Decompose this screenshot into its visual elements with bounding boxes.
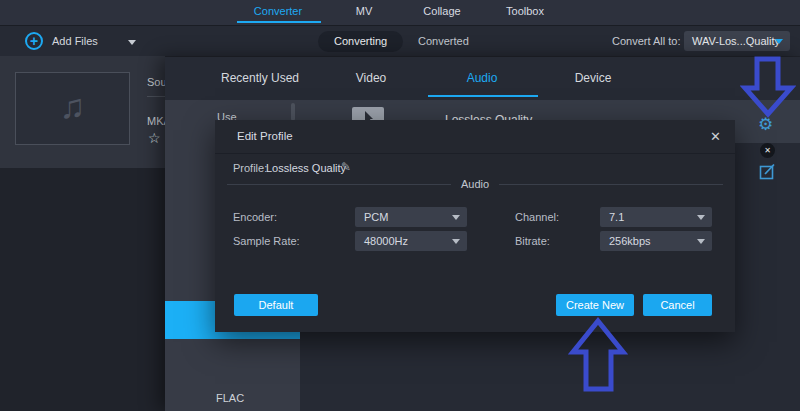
chevron-down-icon [697,239,705,244]
tab-mv[interactable]: MV [356,5,373,17]
bitrate-select[interactable]: 256kbps [600,231,712,251]
annotation-arrow-up [565,315,633,395]
channel-label: Channel: [515,211,559,223]
add-files-plus-icon[interactable]: + [25,32,43,50]
channel-value: 7.1 [609,211,624,223]
dialog-title: Edit Profile [237,130,293,142]
audio-section-divider: Audio [227,178,723,190]
star-icon[interactable]: ☆ [148,130,161,146]
add-files-caret-icon[interactable] [128,40,136,45]
divider [499,184,723,185]
profile-tab-audio[interactable]: Audio [467,71,498,85]
chevron-down-icon [697,215,705,220]
section-label: Audio [461,178,489,190]
profile-field-label: Profile: [233,162,267,174]
music-note-icon: ♫ [16,87,129,126]
profile-tab-device[interactable]: Device [575,71,612,85]
encoder-label: Encoder: [233,211,277,223]
encoder-value: PCM [364,211,388,223]
chevron-down-icon [775,39,783,44]
convert-all-to-label: Convert All to: [612,35,680,47]
profile-tab-recently-used[interactable]: Recently Used [221,71,299,85]
tab-collage[interactable]: Collage [423,5,460,17]
sidebar-item-flac[interactable]: FLAC [216,392,244,404]
sample-rate-label: Sample Rate: [233,235,300,247]
convert-all-value: WAV-Los...Quality [692,35,780,47]
divider [227,184,451,185]
create-new-button[interactable]: Create New [556,294,634,316]
close-panel-icon[interactable]: ✕ [760,143,775,158]
source-column-label: Sou [147,76,167,88]
tab-converted[interactable]: Converted [418,35,469,47]
rename-pencil-icon[interactable]: ✎ [341,160,351,174]
annotation-arrow-down [740,55,796,119]
convert-all-dropdown[interactable]: WAV-Los...Quality [684,31,790,51]
cancel-button[interactable]: Cancel [643,294,712,316]
chevron-down-icon [452,239,460,244]
divider [147,96,165,97]
close-icon[interactable]: ✕ [710,129,721,144]
toolbar: + Add Files Converting Converted Convert… [0,25,800,56]
sample-rate-select[interactable]: 48000Hz [355,231,467,251]
audio-thumbnail: ♫ [15,72,130,145]
bitrate-label: Bitrate: [515,235,550,247]
active-tab-underline [237,21,321,23]
add-files-button[interactable]: Add Files [52,35,98,47]
top-menu-bar: Converter MV Collage Toolbox [0,0,800,25]
encoder-select[interactable]: PCM [355,207,467,227]
default-button[interactable]: Default [234,294,318,316]
profile-field-value: Lossless Quality [266,162,346,174]
tab-converting[interactable]: Converting [318,31,403,52]
profile-tab-video[interactable]: Video [356,71,386,85]
active-profile-tab-underline [428,95,538,97]
bitrate-value: 256kbps [609,235,651,247]
channel-select[interactable]: 7.1 [600,207,712,227]
edit-profile-dialog: Edit Profile ✕ Profile: Lossless Quality… [215,120,735,332]
chevron-down-icon [452,215,460,220]
tab-converter[interactable]: Converter [254,5,302,17]
create-custom-profile-icon[interactable] [759,162,777,182]
tab-toolbox[interactable]: Toolbox [506,5,544,17]
sidebar-scrollbar[interactable] [291,103,295,121]
sample-rate-value: 48000Hz [364,235,408,247]
dialog-header: Edit Profile ✕ [215,120,735,154]
file-list-background [0,168,165,411]
video-converter-window: Converter MV Collage Toolbox + Add Files… [0,0,800,411]
file-list-row: ♫ Sou MKA ☆ [0,56,165,168]
